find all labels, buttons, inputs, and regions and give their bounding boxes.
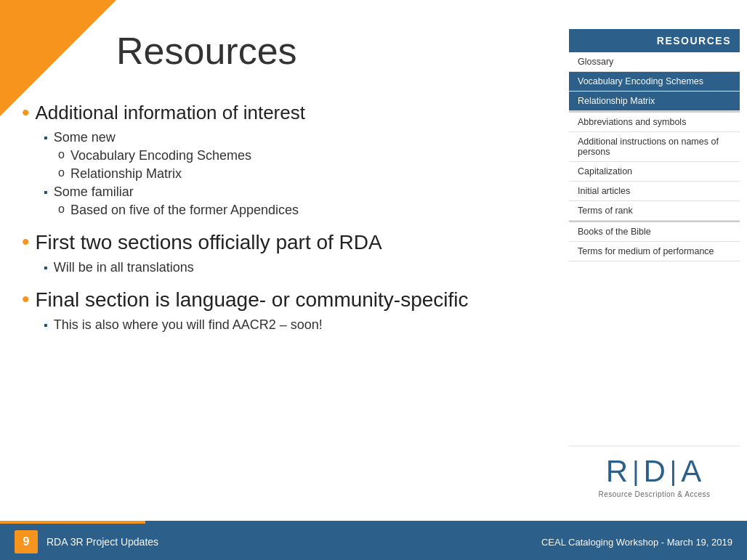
sub-item-some-familiar: Some familiar [44, 184, 567, 200]
sub-item-relationship: Relationship Matrix [58, 166, 567, 182]
bottom-right-text: CEAL Cataloging Workshop - March 19, 201… [541, 537, 732, 548]
bottom-bar: 9 RDA 3R Project Updates CEAL Cataloging… [0, 524, 747, 560]
sidebar-item-terms-rank[interactable]: Terms of rank [569, 201, 740, 221]
sidebar-header: RESOURCES [569, 29, 740, 52]
rda-divider-2: | [670, 456, 678, 487]
sidebar-item-books-bible[interactable]: Books of the Bible [569, 221, 740, 242]
rda-letter-d: D [643, 454, 666, 489]
rda-divider-1: | [632, 456, 640, 487]
bottom-left: 9 RDA 3R Project Updates [15, 530, 158, 553]
bullet-section-3: Final section is language- or community-… [22, 288, 567, 333]
main-content: Additional information of interest Some … [22, 102, 567, 346]
sub-item-aacr2: This is also where you will find AACR2 –… [44, 317, 567, 333]
triangle-decoration [0, 0, 116, 116]
sub-items-1: Some new Vocabulary Encoding Schemes Rel… [44, 130, 567, 218]
sidebar-panel: RESOURCES Glossary Vocabulary Encoding S… [569, 29, 740, 261]
sub-item-vocab: Vocabulary Encoding Schemes [58, 148, 567, 163]
page-title: Resources [116, 29, 297, 73]
bottom-left-text: RDA 3R Project Updates [47, 536, 158, 548]
bullet-main-1: Additional information of interest [22, 102, 567, 124]
bullet-main-2: First two sections officially part of RD… [22, 231, 567, 254]
rda-logo-area: R | D | A Resource Description & Access [569, 445, 740, 502]
sidebar-item-terms-medium[interactable]: Terms for medium of performance [569, 242, 740, 261]
rda-letter-a: A [681, 454, 703, 489]
sidebar-item-vocabulary[interactable]: Vocabulary Encoding Schemes [569, 72, 740, 92]
rda-logo: R | D | A [578, 454, 731, 489]
bullet-main-3: Final section is language- or community-… [22, 288, 567, 312]
sidebar-item-glossary[interactable]: Glossary [569, 52, 740, 72]
sub-item-translations: Will be in all translations [44, 260, 567, 275]
sidebar-item-initial-articles[interactable]: Initial articles [569, 182, 740, 201]
sub-items-3: This is also where you will find AACR2 –… [44, 317, 567, 333]
rda-subtitle: Resource Description & Access [578, 490, 731, 498]
sub-item-appendices: Based on five of the former Appendices [58, 203, 567, 218]
sub-item-some-new: Some new [44, 130, 567, 145]
bullet-section-1: Additional information of interest Some … [22, 102, 567, 218]
rda-letter-r: R [606, 454, 629, 489]
sub-items-2: Will be in all translations [44, 260, 567, 275]
sidebar-item-capitalization[interactable]: Capitalization [569, 162, 740, 182]
sidebar-item-abbreviations[interactable]: Abbreviations and symbols [569, 111, 740, 132]
page-number: 9 [15, 530, 38, 553]
sidebar-item-additional-instructions[interactable]: Additional instructions on names of pers… [569, 132, 740, 162]
bullet-section-2: First two sections officially part of RD… [22, 231, 567, 275]
sidebar-item-relationship-matrix[interactable]: Relationship Matrix [569, 92, 740, 111]
